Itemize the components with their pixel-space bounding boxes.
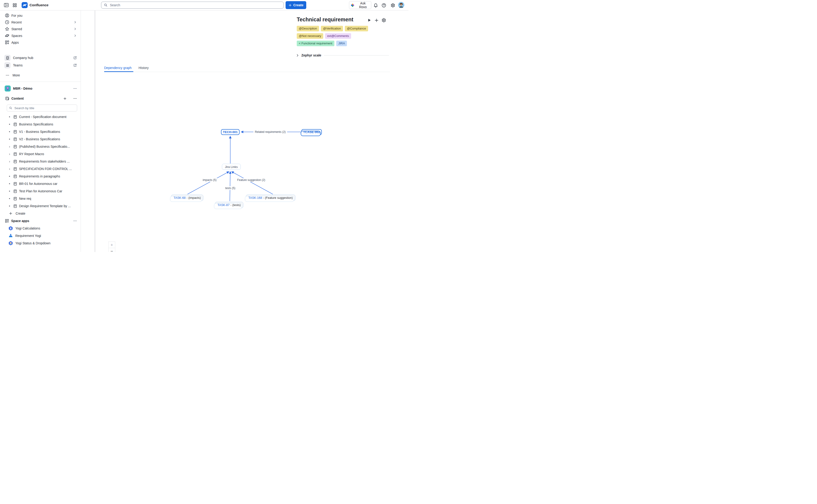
collapse-sidebar-icon[interactable] bbox=[4, 3, 9, 8]
node-key: TASK-168 bbox=[248, 196, 262, 200]
sidebar-item-recent[interactable]: Recent bbox=[0, 19, 81, 26]
page-tree-item[interactable]: ›(Published) Business Specificatio... bbox=[0, 143, 81, 150]
space-name: MBR - Démo bbox=[13, 87, 32, 90]
document-icon bbox=[13, 167, 17, 171]
plus-icon bbox=[8, 211, 13, 216]
space-app-yogi-calculations[interactable]: Yogi Calculations bbox=[0, 225, 81, 232]
page-tree-item[interactable]: •Business Specifications bbox=[0, 121, 81, 128]
bullet-marker: • bbox=[8, 130, 11, 134]
content-search[interactable] bbox=[7, 105, 77, 111]
sidebar-item-for-you[interactable]: For you bbox=[0, 12, 81, 19]
create-page-button[interactable]: Create bbox=[0, 210, 81, 217]
content-more-icon[interactable] bbox=[73, 97, 77, 100]
app-switcher-icon[interactable] bbox=[12, 3, 17, 7]
tag[interactable]: < Functional requirement bbox=[297, 41, 334, 46]
space-app-yogi-status-dropdown[interactable]: Yogi Status & Dropdown bbox=[0, 239, 81, 247]
bullet-marker: • bbox=[8, 174, 11, 178]
document-icon bbox=[13, 115, 17, 119]
page-tree-item[interactable]: •V1 - Business Specifications bbox=[0, 128, 81, 135]
page-tree-item[interactable]: •New req bbox=[0, 195, 81, 202]
space-app-label: Requirement Yogi bbox=[15, 234, 41, 238]
page-tree-item[interactable]: ›Requirements from stakeholders ... bbox=[0, 158, 81, 165]
space-apps-more-icon[interactable] bbox=[73, 219, 77, 223]
help-icon[interactable] bbox=[381, 3, 386, 8]
avatar[interactable] bbox=[398, 2, 404, 8]
graph-zoom-controls: + − bbox=[108, 242, 115, 252]
page-tree-item[interactable]: •Test Plan for Autonomous Car bbox=[0, 187, 81, 195]
create-button[interactable]: Create bbox=[285, 1, 306, 9]
page-title: V2 - Business Specifications bbox=[19, 137, 60, 141]
create-page-label: Create bbox=[16, 212, 25, 215]
node-key: TCASE-002 bbox=[303, 130, 320, 134]
zoom-in-button[interactable]: + bbox=[108, 242, 115, 248]
add-icon[interactable] bbox=[374, 18, 379, 23]
page-tree-item[interactable]: ›RY Report Macro bbox=[0, 150, 81, 158]
clock-icon bbox=[5, 20, 9, 25]
tag[interactable]: @Compliance bbox=[345, 26, 368, 31]
content-search-input[interactable] bbox=[14, 106, 77, 110]
sidebar-item-more[interactable]: More bbox=[0, 72, 81, 79]
sidebar-item-spaces[interactable]: Spaces bbox=[0, 32, 81, 39]
space-apps-header[interactable]: Space apps bbox=[0, 217, 81, 225]
space-header[interactable]: MBR - Démo bbox=[0, 85, 81, 92]
add-content-icon[interactable] bbox=[63, 97, 67, 100]
page-title: BR-01 for Autonomous car bbox=[19, 182, 57, 186]
sidebar-item-teams[interactable]: Teams bbox=[0, 62, 81, 69]
node-suffix: - (tests) bbox=[230, 203, 241, 207]
space-app-requirement-yogi[interactable]: Requirement Yogi bbox=[0, 232, 81, 239]
page-tree-item[interactable]: ›SPECIFICATION FOR CONTROL ... bbox=[0, 165, 81, 173]
sidebar-item-company-hub[interactable]: Company hub bbox=[0, 54, 81, 62]
ask-rovo-button[interactable]: Ask Rovo bbox=[349, 1, 371, 9]
graph-node-task-87[interactable]: TASK-87 - (tests) bbox=[215, 202, 243, 208]
expand-chevron[interactable]: › bbox=[8, 160, 11, 163]
expand-chevron[interactable]: › bbox=[8, 145, 11, 148]
tab-dependency-graph[interactable]: Dependency graph bbox=[104, 66, 131, 70]
expand-chevron[interactable]: › bbox=[8, 167, 11, 171]
settings-gear-icon[interactable] bbox=[390, 3, 395, 8]
expand-chevron[interactable]: › bbox=[8, 152, 11, 156]
ellipsis-icon bbox=[5, 73, 10, 78]
global-search[interactable] bbox=[101, 2, 284, 9]
page-tree-item[interactable]: •V2 - Business Specifications bbox=[0, 135, 81, 143]
confluence-logo[interactable] bbox=[22, 2, 28, 8]
sidebar-item-starred[interactable]: Starred bbox=[0, 26, 81, 32]
page-tree-item[interactable]: •Current - Specification document bbox=[0, 113, 81, 121]
graph-node-tcase-002[interactable]: TCASE-002 bbox=[301, 129, 322, 135]
zephyr-scale-section[interactable]: Zephyr scale bbox=[295, 52, 389, 58]
search-input[interactable] bbox=[109, 3, 283, 7]
graph-node-jira-links[interactable]: Jira Links bbox=[222, 164, 241, 170]
panel-divider[interactable] bbox=[94, 10, 95, 252]
people-icon bbox=[4, 62, 10, 68]
sidebar-item-apps[interactable]: Apps bbox=[0, 39, 81, 46]
search-icon bbox=[104, 3, 108, 7]
graph-node-task-168[interactable]: TASK-168 - (Feature suggestion) bbox=[246, 195, 295, 201]
section-rule bbox=[324, 55, 389, 56]
brand-title: Confluence bbox=[29, 3, 49, 7]
zoom-out-button[interactable]: − bbox=[108, 248, 115, 252]
notifications-bell-icon[interactable] bbox=[373, 3, 378, 8]
tag[interactable]: @Verification bbox=[321, 26, 343, 31]
tab-history[interactable]: History bbox=[138, 66, 149, 70]
page-title: Technical requirement bbox=[297, 16, 353, 23]
page-tree-item[interactable]: •Requirements in paragraphs bbox=[0, 173, 81, 180]
tag[interactable]: @Description bbox=[297, 26, 319, 31]
settings-gear-icon[interactable] bbox=[381, 18, 386, 23]
space-avatar bbox=[5, 85, 11, 92]
chevron-right-icon[interactable] bbox=[295, 53, 299, 57]
space-more-icon[interactable] bbox=[73, 87, 77, 90]
tag[interactable]: @Not necessary bbox=[297, 33, 323, 39]
requirement-yogi-icon bbox=[8, 233, 13, 238]
tag[interactable]: JIRA bbox=[336, 41, 347, 46]
page-tree-item[interactable]: •Design Requirement Template by ... bbox=[0, 202, 81, 210]
page-tree-item[interactable]: •BR-01 for Autonomous car bbox=[0, 180, 81, 187]
confluence-app: Confluence Create Ask Rovo bbox=[0, 0, 408, 252]
graph-node-tech-001[interactable]: TECH-001 bbox=[221, 129, 239, 135]
apps-grid-plus-icon bbox=[5, 219, 9, 223]
content-section-header[interactable]: Content bbox=[0, 96, 81, 101]
graph-node-task-68[interactable]: TASK-68 - (impacts) bbox=[171, 195, 203, 201]
tag[interactable]: ext@Comments bbox=[325, 33, 351, 39]
play-icon[interactable] bbox=[367, 18, 372, 23]
sidebar-item-label: Spaces bbox=[11, 34, 22, 38]
tag-row: @Description @Verification @Compliance bbox=[297, 26, 368, 31]
bullet-marker: • bbox=[8, 137, 11, 141]
